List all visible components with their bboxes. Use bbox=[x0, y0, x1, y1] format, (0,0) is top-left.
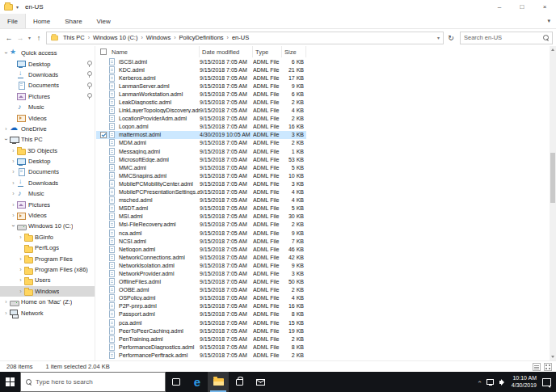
breadcrumb-policydefinitions[interactable]: PolicyDefinitions bbox=[177, 34, 226, 41]
expand-icon[interactable]: › bbox=[2, 310, 10, 316]
store-button[interactable] bbox=[229, 372, 250, 392]
expand-icon[interactable]: › bbox=[2, 299, 10, 305]
sidebar-item-downloads[interactable]: ›Downloads bbox=[0, 178, 95, 188]
file-row[interactable]: PeerToPeerCaching.adml9/15/2018 7:05 AMA… bbox=[96, 327, 306, 335]
file-row[interactable]: Passport.adml9/15/2018 7:05 AMADML File8… bbox=[96, 310, 306, 318]
volume-icon[interactable] bbox=[499, 379, 506, 386]
column-header-date-modified[interactable]: Date modified bbox=[200, 46, 253, 57]
quick-access-toolbar-dropdown-icon[interactable]: ▾ bbox=[16, 4, 19, 10]
address-dropdown-icon[interactable]: ▾ bbox=[437, 35, 440, 40]
tab-share[interactable]: Share bbox=[57, 14, 89, 28]
file-row[interactable]: PenTraining.adml9/15/2018 7:05 AMADML Fi… bbox=[96, 335, 306, 343]
taskbar-search[interactable]: Type here to search bbox=[20, 372, 166, 392]
file-row[interactable]: PerformancePerftrack.adml9/15/2018 7:05 … bbox=[96, 351, 306, 359]
file-row[interactable]: Kerberos.adml9/15/2018 7:05 AMADML File1… bbox=[96, 74, 306, 82]
task-view-button[interactable] bbox=[166, 372, 187, 392]
expand-icon[interactable]: › bbox=[10, 191, 17, 196]
scroll-down-icon[interactable] bbox=[551, 356, 554, 358]
column-header-name[interactable]: Name bbox=[109, 46, 200, 57]
file-row[interactable]: nca.adml9/15/2018 7:05 AMADML File9 KB bbox=[96, 229, 306, 237]
sidebar-item-this-pc[interactable]: ›This PC bbox=[0, 134, 95, 145]
sidebar-item-bginfo[interactable]: ›BGinfo bbox=[0, 232, 95, 242]
tab-file[interactable]: File bbox=[0, 14, 26, 28]
file-row[interactable]: msched.adml9/15/2018 7:05 AMADML File4 K… bbox=[96, 196, 306, 204]
sidebar-item-pictures[interactable]: ›Pictures bbox=[0, 199, 95, 209]
vertical-scrollbar[interactable] bbox=[550, 46, 556, 360]
details-view-button[interactable] bbox=[533, 363, 541, 371]
mail-button[interactable] bbox=[250, 372, 271, 392]
tab-home[interactable]: Home bbox=[26, 14, 57, 28]
file-row[interactable]: Messaging.adml9/15/2018 7:05 AMADML File… bbox=[96, 147, 306, 155]
network-icon[interactable] bbox=[486, 379, 494, 385]
expand-icon[interactable]: › bbox=[10, 148, 17, 154]
back-button[interactable]: ← bbox=[3, 34, 15, 42]
expand-icon[interactable]: › bbox=[17, 267, 24, 272]
expand-icon[interactable]: › bbox=[10, 180, 17, 186]
search-input[interactable] bbox=[464, 34, 543, 41]
select-all-checkbox[interactable] bbox=[100, 48, 107, 55]
file-row[interactable]: LanmanWorkstation.adml9/15/2018 7:05 AMA… bbox=[96, 90, 306, 98]
file-row[interactable]: MMC.adml9/15/2018 7:05 AMADML File5 KB bbox=[96, 163, 306, 171]
file-row[interactable]: MobilePCMobilityCenter.adml9/15/2018 7:0… bbox=[96, 179, 306, 188]
file-row[interactable]: OOBE.adml9/15/2018 7:05 AMADML File2 KB bbox=[96, 286, 306, 294]
item-checkbox[interactable] bbox=[100, 132, 107, 138]
taskbar-clock[interactable]: 10:10 AM 4/30/2019 bbox=[512, 375, 537, 389]
file-row[interactable]: NetworkConnections.adml9/15/2018 7:05 AM… bbox=[96, 253, 306, 261]
collapse-icon[interactable]: › bbox=[3, 49, 9, 57]
file-row[interactable]: mattermost.adml4/30/2019 10:05 AMADML Fi… bbox=[96, 131, 306, 139]
sidebar-item-perflogs[interactable]: PerfLogs bbox=[0, 242, 95, 253]
sidebar-item-program-files-x86[interactable]: ›Program Files (x86) bbox=[0, 264, 95, 275]
expand-icon[interactable]: › bbox=[10, 202, 17, 208]
sidebar-item-documents[interactable]: Documents bbox=[0, 80, 95, 91]
collapse-icon[interactable]: › bbox=[11, 222, 16, 230]
sidebar-item-program-files[interactable]: ›Program Files bbox=[0, 253, 95, 263]
expand-icon[interactable]: › bbox=[17, 289, 24, 294]
sidebar-item-windows-10-c[interactable]: ›Windows 10 (C:) bbox=[0, 221, 95, 231]
sidebar-item-downloads[interactable]: Downloads bbox=[0, 70, 95, 80]
sidebar-item-videos[interactable]: Videos bbox=[0, 112, 95, 123]
expand-icon[interactable]: › bbox=[10, 158, 17, 164]
sidebar-item-home-on-mac-z[interactable]: ›Home on 'Mac' (Z:) bbox=[0, 297, 95, 307]
sidebar-item-network[interactable]: ›Network bbox=[0, 307, 95, 318]
sidebar-item-videos[interactable]: ›Videos bbox=[0, 210, 95, 221]
expand-ribbon-icon[interactable]: ▾ bbox=[547, 18, 550, 24]
file-row[interactable]: MobilePCPresentationSettings.adml9/15/20… bbox=[96, 188, 306, 196]
breadcrumb-windows[interactable]: Windows bbox=[144, 34, 173, 41]
close-button[interactable]: × bbox=[533, 0, 556, 14]
breadcrumb-this-pc[interactable]: This PC bbox=[61, 34, 87, 41]
minimize-button[interactable]: – bbox=[488, 0, 511, 14]
expand-icon[interactable]: › bbox=[17, 277, 24, 283]
search-box[interactable] bbox=[460, 32, 553, 44]
expand-icon[interactable]: › bbox=[17, 234, 24, 240]
file-row[interactable]: LinkLayerTopologyDiscovery.adml9/15/2018… bbox=[96, 107, 306, 115]
file-row[interactable]: NetworkIsolation.adml9/15/2018 7:05 AMAD… bbox=[96, 261, 306, 269]
file-explorer-button[interactable] bbox=[208, 372, 229, 392]
file-row[interactable]: LeakDiagnostic.adml9/15/2018 7:05 AMADML… bbox=[96, 98, 306, 106]
file-row[interactable]: Logon.adml9/15/2018 7:05 AMADML File16 K… bbox=[96, 123, 306, 131]
up-button[interactable]: ↑ bbox=[33, 34, 44, 42]
sidebar-item-quick-access[interactable]: ›Quick access bbox=[0, 48, 95, 58]
file-row[interactable]: MMCSnapins.adml9/15/2018 7:05 AMADML Fil… bbox=[96, 171, 306, 179]
file-row[interactable]: NCSI.adml9/15/2018 7:05 AMADML File7 KB bbox=[96, 237, 306, 245]
file-row[interactable]: LanmanServer.adml9/15/2018 7:05 AMADML F… bbox=[96, 82, 306, 90]
address-bar[interactable]: This PC › Windows 10 (C:) › Windows › Po… bbox=[46, 32, 444, 44]
maximize-button[interactable]: □ bbox=[511, 0, 533, 14]
sidebar-item-3d-objects[interactable]: ›3D Objects bbox=[0, 145, 95, 156]
expand-icon[interactable]: › bbox=[2, 126, 10, 132]
sidebar-item-users[interactable]: ›Users bbox=[0, 275, 95, 285]
recent-locations-dropdown-icon[interactable]: ▾ bbox=[26, 35, 33, 40]
file-row[interactable]: NetworkProvider.adml9/15/2018 7:05 AMADM… bbox=[96, 269, 306, 277]
file-row[interactable]: MSI.adml9/15/2018 7:05 AMADML File30 KB bbox=[96, 213, 306, 221]
edge-button[interactable]: e bbox=[187, 372, 208, 392]
file-row[interactable]: Msi-FileRecovery.adml9/15/2018 7:05 AMAD… bbox=[96, 221, 306, 229]
expand-icon[interactable]: › bbox=[10, 169, 17, 175]
column-header-type[interactable]: Type bbox=[253, 46, 282, 57]
sidebar-item-desktop[interactable]: ›Desktop bbox=[0, 156, 95, 166]
thumbnails-view-button[interactable] bbox=[544, 363, 552, 371]
file-row[interactable]: MDM.adml9/15/2018 7:05 AMADML File2 KB bbox=[96, 139, 306, 147]
sidebar-item-onedrive[interactable]: ›OneDrive bbox=[0, 124, 95, 134]
file-row[interactable]: PerformanceDiagnostics.adml9/15/2018 7:0… bbox=[96, 343, 306, 351]
forward-button[interactable]: → bbox=[15, 34, 26, 42]
refresh-button[interactable]: ↻ bbox=[444, 34, 458, 42]
action-center-icon[interactable] bbox=[542, 378, 551, 386]
